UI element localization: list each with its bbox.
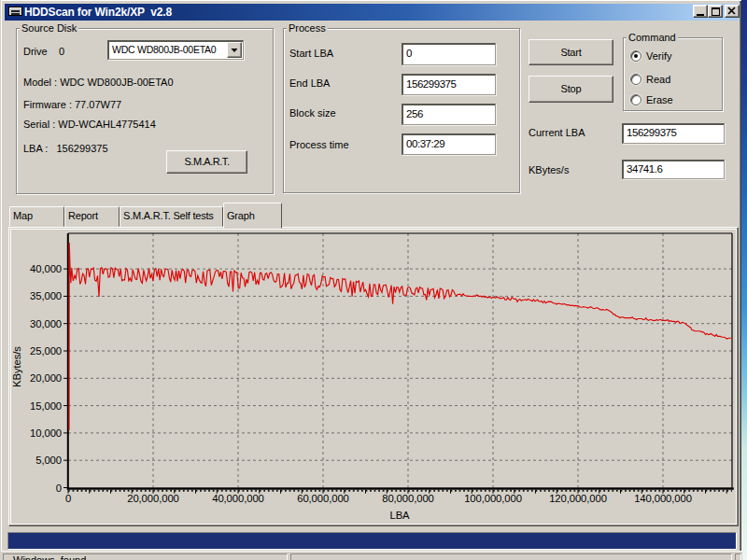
svg-text:100,000,000: 100,000,000 — [464, 493, 522, 504]
svg-text:LBA: LBA — [389, 510, 410, 521]
svg-text:60,000,000: 60,000,000 — [297, 493, 349, 504]
svg-text:5,000: 5,000 — [35, 455, 62, 466]
svg-text:20,000: 20,000 — [30, 372, 62, 384]
svg-text:20,000,000: 20,000,000 — [127, 493, 179, 504]
svg-text:0: 0 — [65, 493, 71, 504]
svg-text:30,000: 30,000 — [30, 318, 62, 329]
svg-text:25,000: 25,000 — [30, 345, 62, 357]
svg-text:40,000: 40,000 — [30, 263, 62, 274]
svg-text:140,000,000: 140,000,000 — [634, 493, 692, 504]
svg-text:10,000: 10,000 — [30, 427, 62, 439]
svg-text:0: 0 — [56, 483, 62, 494]
svg-text:40,000,000: 40,000,000 — [212, 493, 264, 504]
svg-text:120,000,000: 120,000,000 — [549, 493, 607, 504]
svg-text:80,000,000: 80,000,000 — [382, 493, 434, 504]
svg-text:KBytes/s: KBytes/s — [11, 346, 22, 387]
svg-text:15,000: 15,000 — [30, 400, 62, 412]
svg-text:35,000: 35,000 — [30, 290, 62, 301]
